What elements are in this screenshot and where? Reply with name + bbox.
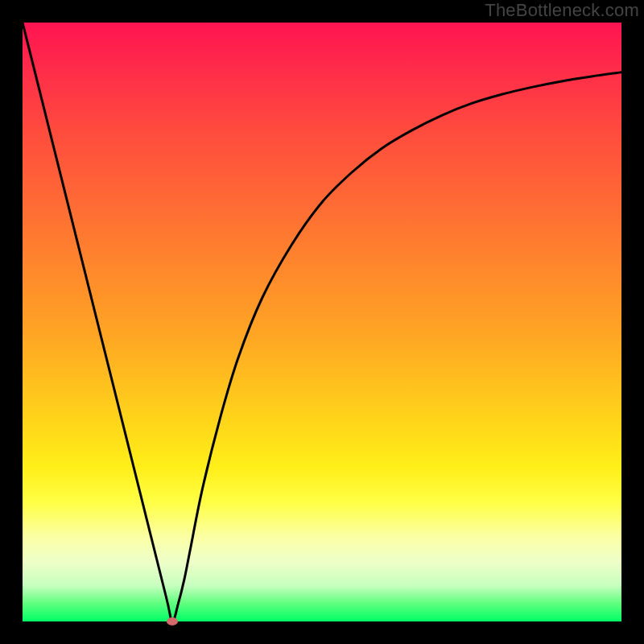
plot-area (23, 23, 621, 621)
chart-frame: TheBottleneck.com (0, 0, 644, 644)
bottleneck-curve (23, 23, 621, 621)
watermark-text: TheBottleneck.com (485, 0, 639, 21)
min-marker (167, 617, 178, 625)
